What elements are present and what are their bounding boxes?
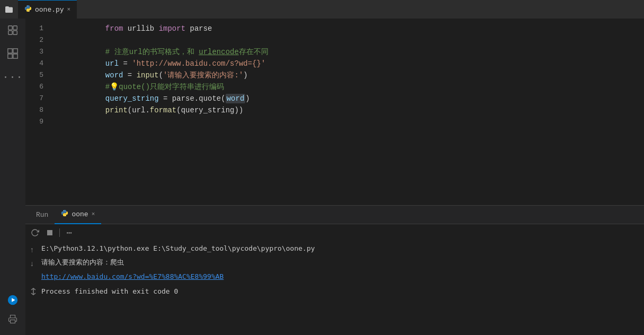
toolbar-separator — [59, 228, 60, 237]
indent-icon: · — [30, 272, 38, 284]
svg-rect-15 — [47, 230, 52, 235]
python-terminal-icon — [61, 209, 68, 219]
extensions-icon[interactable] — [5, 46, 20, 61]
terminal-content: ↑ E:\Python3.12.1\python.exe E:\Study_co… — [25, 241, 644, 305]
explorer-icon[interactable] — [5, 23, 20, 38]
svg-point-0 — [27, 6, 28, 6]
svg-rect-4 — [8, 31, 12, 34]
terminal-line-2: ↓ 请输入要搜索的内容：爬虫 — [30, 257, 640, 270]
terminal-tab-oone[interactable]: oone × — [55, 206, 101, 224]
svg-rect-7 — [13, 49, 17, 53]
editor-panel: 1 from urllib import parse 2 3 # 注意url的书… — [25, 19, 644, 335]
terminal-line-1: ↑ E:\Python3.12.1\python.exe E:\Study_co… — [30, 243, 640, 256]
title-bar-left: oone.py × — [4, 0, 77, 19]
terminal-line-3: · http://www.baidu.com/s?wd=%E7%88%AC%E8… — [30, 271, 640, 284]
terminal-line-4: Process finished with exit code 0 — [30, 286, 640, 299]
down-arrow-icon: ↓ — [30, 258, 38, 270]
svg-rect-2 — [8, 26, 12, 30]
title-bar: oone.py × — [0, 0, 644, 19]
svg-rect-6 — [8, 49, 12, 53]
code-line-8: 8 print(url.format(query_string)) — [25, 104, 644, 116]
terminal-tabs: Run oone × — [25, 206, 644, 224]
terminal-tab-run[interactable]: Run — [30, 206, 55, 224]
terminal-tab-close[interactable]: × — [92, 211, 95, 217]
terminal-input-prompt: 请输入要搜索的内容：爬虫 — [41, 257, 640, 268]
scroll-icon — [30, 287, 38, 299]
terminal-url-link[interactable]: http://www.baidu.com/s?wd=%E7%88%AC%E8%9… — [41, 271, 640, 283]
keyword-import: import — [159, 24, 185, 33]
keyword-from: from — [105, 24, 123, 33]
stop-button[interactable] — [44, 227, 55, 238]
svg-rect-5 — [13, 31, 17, 34]
main-layout: ··· 1 — [0, 19, 644, 335]
tab-close-button[interactable]: × — [67, 6, 71, 13]
svg-rect-3 — [13, 26, 17, 30]
code-line-9: 9 — [25, 116, 644, 128]
run-icon[interactable] — [5, 293, 20, 307]
line-number-4: 4 — [25, 58, 52, 69]
code-editor[interactable]: 1 from urllib import parse 2 3 # 注意url的书… — [25, 19, 644, 205]
line-number-3: 3 — [25, 46, 52, 58]
up-arrow-icon: ↑ — [30, 244, 38, 256]
line-number-6: 6 — [25, 81, 52, 93]
more-options-button[interactable]: ⋯ — [64, 227, 75, 238]
tab-filename: oone.py — [35, 6, 64, 14]
svg-rect-8 — [8, 54, 12, 58]
line-number-7: 7 — [25, 93, 52, 104]
code-line-1: 1 from urllib import parse — [25, 23, 644, 34]
activity-bar: ··· — [0, 19, 25, 335]
more-options-icon[interactable]: ··· — [5, 69, 20, 84]
line-number-9: 9 — [25, 116, 52, 128]
terminal-panel: Run oone × — [25, 205, 644, 335]
line-number-2: 2 — [25, 34, 52, 46]
svg-point-13 — [64, 210, 64, 211]
svg-point-14 — [65, 215, 66, 216]
svg-point-1 — [29, 11, 29, 11]
terminal-toolbar: ⋯ — [25, 224, 644, 241]
line-number-8: 8 — [25, 104, 52, 116]
print-icon[interactable] — [5, 312, 20, 327]
terminal-cmd-text: E:\Python3.12.1\python.exe E:\Study_code… — [41, 243, 640, 254]
line-number-5: 5 — [25, 69, 52, 81]
editor-tab-oone[interactable]: oone.py × — [18, 0, 77, 19]
folder-icon — [4, 5, 14, 14]
python-file-icon — [24, 5, 32, 14]
code-lines: 1 from urllib import parse 2 3 # 注意url的书… — [25, 19, 644, 132]
svg-rect-12 — [11, 320, 15, 323]
line-number-1: 1 — [25, 23, 52, 34]
svg-rect-9 — [13, 54, 17, 58]
process-finished-text: Process finished with exit code 0 — [41, 286, 640, 297]
result-url[interactable]: http://www.baidu.com/s?wd=%E7%88%AC%E8%9… — [41, 272, 223, 280]
refresh-button[interactable] — [30, 227, 40, 238]
line-content-9 — [52, 116, 644, 128]
